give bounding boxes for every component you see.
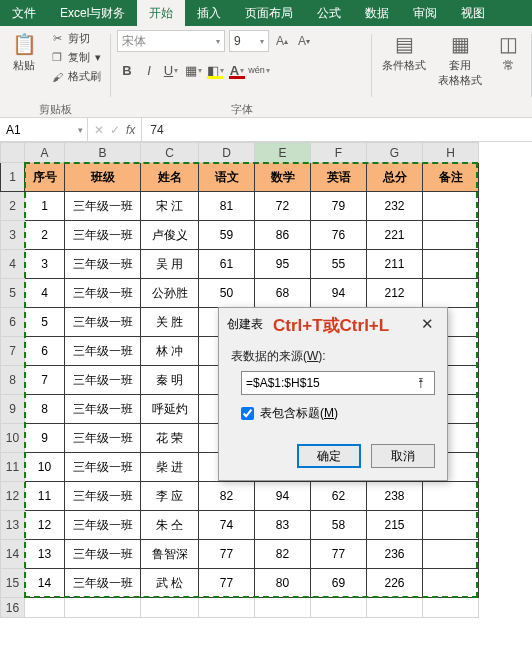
- cell[interactable]: 61: [199, 250, 255, 279]
- cell[interactable]: 呼延灼: [141, 395, 199, 424]
- format-painter-button[interactable]: 🖌格式刷: [46, 68, 105, 85]
- cell[interactable]: [423, 250, 479, 279]
- hdr-chinese[interactable]: 语文: [199, 163, 255, 192]
- cell[interactable]: 宋 江: [141, 192, 199, 221]
- cell[interactable]: 13: [25, 540, 65, 569]
- cell[interactable]: 卢俊义: [141, 221, 199, 250]
- cell[interactable]: 81: [199, 192, 255, 221]
- col-header-F[interactable]: F: [311, 143, 367, 163]
- cell[interactable]: 94: [255, 482, 311, 511]
- cell[interactable]: 吴 用: [141, 250, 199, 279]
- row-header-12[interactable]: 12: [1, 482, 25, 511]
- cell[interactable]: 9: [25, 424, 65, 453]
- increase-font-button[interactable]: A▴: [273, 30, 291, 52]
- tab-home[interactable]: 开始: [137, 0, 185, 26]
- paste-button[interactable]: 📋 粘贴: [6, 30, 42, 75]
- row-header-5[interactable]: 5: [1, 279, 25, 308]
- cell[interactable]: 花 荣: [141, 424, 199, 453]
- col-header-H[interactable]: H: [423, 143, 479, 163]
- tab-insert[interactable]: 插入: [185, 0, 233, 26]
- font-color-button[interactable]: A▾: [227, 60, 247, 80]
- cell[interactable]: 212: [367, 279, 423, 308]
- cell[interactable]: 221: [367, 221, 423, 250]
- cell[interactable]: 72: [255, 192, 311, 221]
- border-button[interactable]: ▦▾: [183, 60, 203, 80]
- copy-button[interactable]: ❐复制▾: [46, 49, 105, 66]
- cell[interactable]: 12: [25, 511, 65, 540]
- cell[interactable]: 77: [199, 540, 255, 569]
- cell[interactable]: 95: [255, 250, 311, 279]
- cell[interactable]: [423, 540, 479, 569]
- tab-view[interactable]: 视图: [449, 0, 497, 26]
- cell[interactable]: 秦 明: [141, 366, 199, 395]
- cell[interactable]: 三年级一班: [65, 308, 141, 337]
- cell[interactable]: 82: [199, 482, 255, 511]
- cell[interactable]: 232: [367, 192, 423, 221]
- cell[interactable]: [423, 598, 479, 618]
- cell[interactable]: 50: [199, 279, 255, 308]
- cell[interactable]: 三年级一班: [65, 192, 141, 221]
- row-header-7[interactable]: 7: [1, 337, 25, 366]
- cell[interactable]: 3: [25, 250, 65, 279]
- cell[interactable]: 215: [367, 511, 423, 540]
- cell[interactable]: 5: [25, 308, 65, 337]
- cell[interactable]: 三年级一班: [65, 366, 141, 395]
- row-header-15[interactable]: 15: [1, 569, 25, 598]
- col-header-A[interactable]: A: [25, 143, 65, 163]
- hdr-english[interactable]: 英语: [311, 163, 367, 192]
- cell[interactable]: [65, 598, 141, 618]
- fx-icon[interactable]: fx: [126, 123, 135, 137]
- cell[interactable]: 80: [255, 569, 311, 598]
- italic-button[interactable]: I: [139, 60, 159, 80]
- underline-button[interactable]: U▾: [161, 60, 181, 80]
- cell[interactable]: 鲁智深: [141, 540, 199, 569]
- row-header-1[interactable]: 1: [1, 163, 25, 192]
- cell[interactable]: 236: [367, 540, 423, 569]
- cell[interactable]: [423, 221, 479, 250]
- cell[interactable]: 三年级一班: [65, 337, 141, 366]
- tab-file[interactable]: 文件: [0, 0, 48, 26]
- cell[interactable]: 三年级一班: [65, 511, 141, 540]
- cut-button[interactable]: ✂剪切: [46, 30, 105, 47]
- cell[interactable]: 79: [311, 192, 367, 221]
- cell[interactable]: [25, 598, 65, 618]
- hdr-remark[interactable]: 备注: [423, 163, 479, 192]
- cell[interactable]: [423, 192, 479, 221]
- cell[interactable]: 77: [199, 569, 255, 598]
- cell[interactable]: 三年级一班: [65, 221, 141, 250]
- cell[interactable]: 59: [199, 221, 255, 250]
- font-name-select[interactable]: 宋体▾: [117, 30, 225, 52]
- hdr-class[interactable]: 班级: [65, 163, 141, 192]
- cancel-button[interactable]: 取消: [371, 444, 435, 468]
- cell[interactable]: 柴 进: [141, 453, 199, 482]
- headers-checkbox[interactable]: [241, 407, 254, 420]
- fill-color-button[interactable]: ◧▾: [205, 60, 225, 80]
- cell[interactable]: 1: [25, 192, 65, 221]
- cell[interactable]: [141, 598, 199, 618]
- cell[interactable]: 94: [311, 279, 367, 308]
- cell[interactable]: 74: [199, 511, 255, 540]
- cell[interactable]: 8: [25, 395, 65, 424]
- cell[interactable]: [423, 569, 479, 598]
- cell[interactable]: 4: [25, 279, 65, 308]
- hdr-name[interactable]: 姓名: [141, 163, 199, 192]
- cell[interactable]: 226: [367, 569, 423, 598]
- formula-input[interactable]: 74: [142, 118, 532, 141]
- cell[interactable]: 公孙胜: [141, 279, 199, 308]
- col-header-D[interactable]: D: [199, 143, 255, 163]
- row-header-10[interactable]: 10: [1, 424, 25, 453]
- cell[interactable]: 86: [255, 221, 311, 250]
- format-as-table-button[interactable]: ▦ 套用 表格格式: [434, 30, 486, 90]
- cell[interactable]: 三年级一班: [65, 424, 141, 453]
- cell[interactable]: [255, 598, 311, 618]
- tab-formulas[interactable]: 公式: [305, 0, 353, 26]
- cell[interactable]: 三年级一班: [65, 540, 141, 569]
- select-all-corner[interactable]: [1, 143, 25, 163]
- headers-checkbox-row[interactable]: 表包含标题(M): [241, 405, 435, 422]
- cell-styles-button[interactable]: ◫ 常: [490, 30, 526, 75]
- cell[interactable]: 55: [311, 250, 367, 279]
- hdr-math[interactable]: 数学: [255, 163, 311, 192]
- tab-page-layout[interactable]: 页面布局: [233, 0, 305, 26]
- row-header-9[interactable]: 9: [1, 395, 25, 424]
- cell[interactable]: 武 松: [141, 569, 199, 598]
